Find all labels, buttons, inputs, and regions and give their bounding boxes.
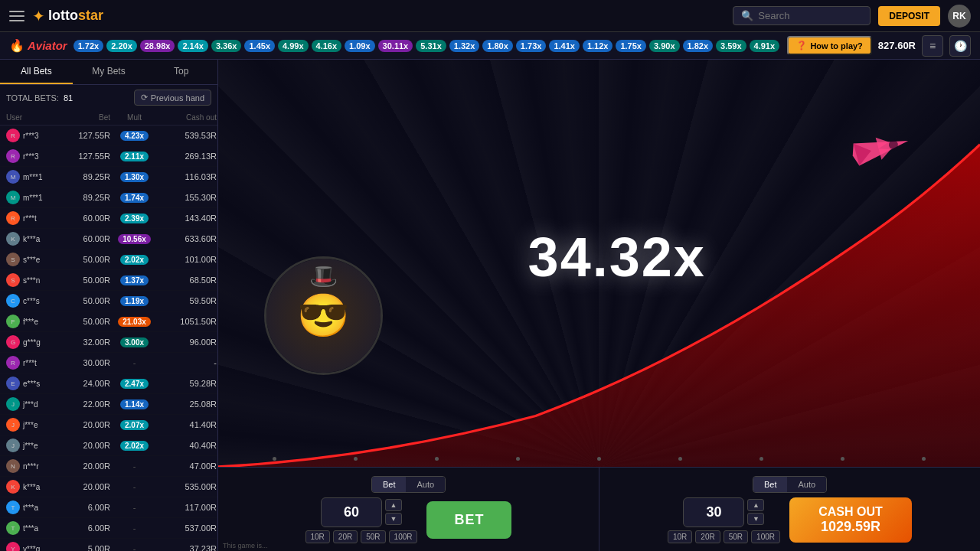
table-row: Nn***r20.00R-47.00R [0,456,217,477]
logo-star-icon: ✦ [32,7,45,25]
cashout-amount: 37.23R [155,544,217,551]
amount-down-2[interactable]: ▼ [747,513,764,525]
bet-amount: 50.00R [52,296,113,305]
amount-down-1[interactable]: ▼ [385,513,402,525]
clock-button[interactable]: 🕐 [949,35,971,57]
prev-hand-label: Previous hand [151,93,204,103]
table-row: Tt***a6.00R-117.00R [0,497,217,518]
quick-20-2[interactable]: 20R [695,530,720,543]
settings-button[interactable]: ≡ [922,35,943,57]
multiplier-badge[interactable]: 1.75x [616,40,646,52]
multiplier-badge[interactable]: 1.32x [449,40,480,52]
hamburger-menu[interactable] [9,11,24,21]
table-row: Jj***e20.00R2.02x40.40R [0,435,217,456]
user-cell: Gg***g [6,335,52,349]
multiplier-badge[interactable]: 1.82x [683,40,714,52]
quick-10-1[interactable]: 10R [305,530,330,543]
user-cell: Tt***a [6,500,52,514]
amount-up-2[interactable]: ▲ [747,499,764,511]
user-cell: Ss***e [6,253,52,266]
bet-amount-1[interactable]: 60 [321,497,382,527]
multiplier-badge[interactable]: 2.14x [178,40,208,52]
avatar: M [6,191,20,204]
multiplier-badge[interactable]: 1.72x [74,40,104,52]
quick-50-2[interactable]: 50R [724,530,748,543]
cashout-amount: 1051.50R [155,317,217,326]
multiplier-badge[interactable]: 1.09x [345,40,375,52]
avatar: K [6,232,20,246]
table-row: Tt***a6.00R-537.00R [0,518,217,539]
bet-controls-2: 30 ▲ ▼ 10R 20R 50R 100R [615,497,965,543]
search-input[interactable] [758,10,865,21]
multiplier-badge[interactable]: 2.20x [106,40,137,52]
bet-panel-1: Bet Auto 60 ▲ ▼ 10R [218,468,599,551]
bet-amount-2[interactable]: 30 [683,497,744,527]
auto-tab-2[interactable]: Auto [787,477,826,492]
quick-100-1[interactable]: 100R [389,530,418,543]
cash-out-button[interactable]: CASH OUT 1029.59R [789,497,912,543]
prev-hand-button[interactable]: ⟳ Previous hand [134,90,211,106]
multiplier-badge[interactable]: 4.99x [278,40,309,52]
quick-20-1[interactable]: 20R [333,530,358,543]
quick-100-2[interactable]: 100R [751,530,780,543]
multiplier-badge[interactable]: 4.91x [750,40,780,52]
table-row: Cc***s50.00R1.19x59.50R [0,291,217,311]
axis-dot [678,457,682,461]
deposit-button[interactable]: DEPOSIT [878,6,940,26]
multiplier-history: 1.72x2.20x28.98x2.14x3.36x1.45x4.99x4.16… [74,40,782,52]
multiplier-badge[interactable]: 1.41x [549,40,580,52]
how-to-play-button[interactable]: ❓ How to play? [787,36,871,55]
tab-all-bets[interactable]: All Bets [0,60,73,84]
amount-buttons-2: ▲ ▼ [747,499,764,525]
user-cell: Kk***a [6,232,52,246]
multiplier-badge[interactable]: 30.11x [378,40,413,52]
tab-my-bets[interactable]: My Bets [73,60,145,84]
multiplier-pill: 2.02x [120,255,149,265]
multiplier-badge[interactable]: 28.98x [140,40,175,52]
avatar: M [6,170,20,184]
user-cell: Rr***t [6,211,52,225]
username: j***e [23,421,38,429]
multiplier-pill: 2.02x [120,441,149,451]
bets-header: TOTAL BETS: 81 ⟳ Previous hand [0,85,217,110]
user-cell: Ff***e [6,315,52,328]
avatar: T [6,521,20,535]
multiplier-badge[interactable]: 1.45x [244,40,275,52]
multiplier-badge[interactable]: 3.36x [211,40,242,52]
multiplier-badge[interactable]: 1.12x [583,40,613,52]
username: r***t [23,214,37,223]
avatar: S [6,253,20,266]
auto-tab-1[interactable]: Auto [406,477,445,492]
search-box[interactable]: 🔍 [733,6,871,25]
axis-dot [354,457,358,461]
user-cell: Nn***r [6,459,52,473]
quick-50-1[interactable]: 50R [361,530,385,543]
multiplier-badge[interactable]: 4.16x [312,40,342,52]
cashout-amount: 269.13R [155,152,217,161]
username: y***g [23,545,40,552]
multiplier-badge[interactable]: 1.73x [516,40,547,52]
avatar: R [6,356,20,370]
multiplier-badge[interactable]: 1.80x [482,40,513,52]
site-logo[interactable]: ✦ lottostar [32,7,103,25]
axis-dot [760,457,763,461]
table-row: Rr***3127.55R4.23x539.53R [0,126,217,146]
axis-dot [273,457,276,461]
logo-text: lottostar [48,8,103,24]
bet-button-1[interactable]: BET [426,501,511,539]
username: c***s [23,297,40,305]
amount-up-1[interactable]: ▲ [385,499,402,511]
user-avatar[interactable]: RK [948,5,971,28]
bet-tab-2[interactable]: Bet [753,477,788,492]
multiplier-badge[interactable]: 5.31x [416,40,446,52]
history-icon: ⟳ [141,93,148,103]
axis-dot [435,457,439,461]
quick-10-2[interactable]: 10R [668,530,692,543]
multiplier-pill: 1.74x [120,193,149,203]
user-cell: Cc***s [6,294,52,308]
right-controls: ❓ How to play? 827.60R ≡ 🕐 [787,35,971,57]
multiplier-badge[interactable]: 3.90x [649,40,680,52]
tab-top[interactable]: Top [145,60,217,84]
multiplier-badge[interactable]: 3.59x [716,40,746,52]
bet-tab-1[interactable]: Bet [372,477,407,492]
